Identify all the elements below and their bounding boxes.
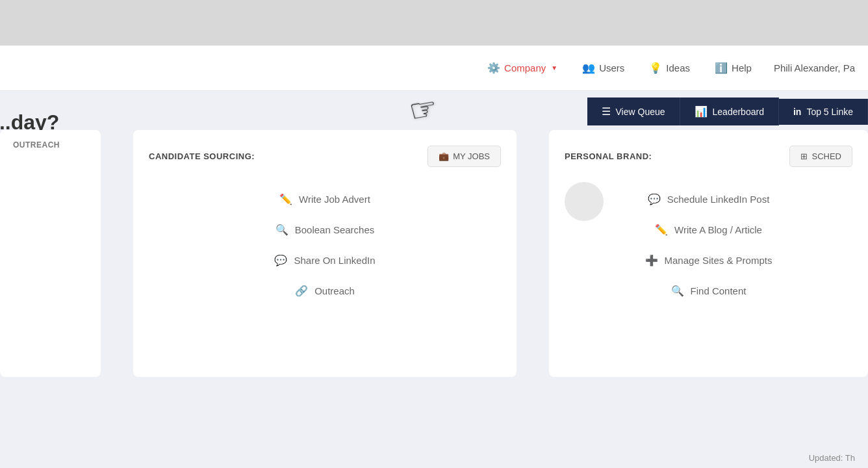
- navbar: ⚙️ Company ▼ 👥 Users 💡 Ideas ℹ️ Help Phi…: [0, 46, 868, 91]
- os-chrome-bar: [0, 0, 868, 46]
- menu-icon: ☰: [602, 105, 611, 118]
- outreach-label: Outreach: [314, 285, 355, 296]
- view-queue-label: View Queue: [616, 107, 665, 117]
- main-content: ...day? ☰ View Queue 📊 Leaderboard in To…: [0, 91, 868, 468]
- find-content-label: Find Content: [691, 285, 747, 296]
- nav-company[interactable]: ⚙️ Company ▼: [485, 57, 560, 79]
- cards-container: OUTREACH CANDIDATE SOURCING: 💼 MY JOBS ✏…: [0, 130, 868, 377]
- nav-company-label: Company: [504, 62, 546, 73]
- status-bar: Updated: Th: [796, 448, 868, 468]
- pencil-edit-icon: ✏️: [655, 224, 668, 236]
- linkedin-label: Top 5 Linke: [806, 107, 853, 117]
- write-job-advert-label: Write Job Advert: [299, 194, 370, 205]
- my-jobs-button[interactable]: 💼 MY JOBS: [428, 146, 501, 167]
- my-jobs-label: MY JOBS: [453, 151, 490, 161]
- gear-icon: ⚙️: [487, 62, 500, 74]
- updated-label: Updated: Th: [809, 453, 855, 463]
- help-icon: ℹ️: [715, 62, 728, 74]
- card-candidate-header: CANDIDATE SOURCING: 💼 MY JOBS: [149, 146, 501, 167]
- nav-users[interactable]: 👥 Users: [580, 57, 627, 79]
- chat-icon: 💬: [274, 254, 287, 266]
- personal-brand-menu-items: 💬 Schedule LinkedIn Post ✏️ Write A Blog…: [565, 187, 852, 304]
- share-linkedin-item[interactable]: 💬 Share On LinkedIn: [234, 254, 416, 266]
- write-blog-article-item[interactable]: ✏️ Write A Blog / Article: [618, 224, 800, 236]
- briefcase-icon: 💼: [439, 151, 449, 161]
- nav-user-label: Phili Alexander, Pa: [774, 62, 855, 73]
- find-search-icon: 🔍: [671, 285, 684, 297]
- nav-user[interactable]: Phili Alexander, Pa: [774, 62, 855, 73]
- action-bar: ☰ View Queue 📊 Leaderboard in Top 5 Link…: [587, 98, 868, 125]
- linkedin-button[interactable]: in Top 5 Linke: [779, 99, 868, 125]
- card-candidate-sourcing: CANDIDATE SOURCING: 💼 MY JOBS ✏️ Write J…: [133, 130, 517, 377]
- leaderboard-button[interactable]: 📊 Leaderboard: [680, 98, 779, 125]
- card-outreach: OUTREACH: [0, 130, 101, 377]
- linkedin-icon: in: [793, 107, 801, 117]
- share-linkedin-label: Share On LinkedIn: [294, 255, 375, 266]
- personal-brand-title: PERSONAL BRAND:: [565, 151, 652, 161]
- outreach-tab-label: OUTREACH: [13, 140, 60, 150]
- pencil-icon: ✏️: [279, 193, 292, 205]
- boolean-searches-label: Boolean Searches: [295, 224, 375, 235]
- bar-chart-icon: 📊: [695, 105, 708, 118]
- manage-sites-prompts-label: Manage Sites & Prompts: [665, 255, 772, 266]
- search-icon: 🔍: [275, 224, 288, 236]
- link-icon: 🔗: [295, 285, 308, 297]
- schedule-linkedin-post-item[interactable]: 💬 Schedule LinkedIn Post: [618, 193, 800, 205]
- write-job-advert-item[interactable]: ✏️ Write Job Advert: [234, 193, 416, 205]
- idea-icon: 💡: [649, 62, 662, 74]
- manage-sites-prompts-item[interactable]: ➕ Manage Sites & Prompts: [618, 254, 800, 266]
- outreach-item[interactable]: 🔗 Outreach: [234, 285, 416, 297]
- plus-icon: ➕: [645, 254, 658, 266]
- outreach-tab[interactable]: OUTREACH: [0, 130, 101, 160]
- nav-help-label: Help: [732, 62, 752, 73]
- nav-ideas[interactable]: 💡 Ideas: [646, 57, 693, 79]
- schedule-linkedin-post-label: Schedule LinkedIn Post: [667, 194, 770, 205]
- avatar-placeholder: [565, 182, 604, 221]
- nav-items: ⚙️ Company ▼ 👥 Users 💡 Ideas ℹ️ Help Phi…: [485, 57, 855, 79]
- card-personal-brand-header: PERSONAL BRAND: ⊞ SCHED: [565, 146, 852, 167]
- write-blog-article-label: Write A Blog / Article: [674, 224, 762, 235]
- candidate-menu-items: ✏️ Write Job Advert 🔍 Boolean Searches 💬…: [149, 187, 501, 304]
- users-icon: 👥: [582, 62, 595, 74]
- leaderboard-label: Leaderboard: [713, 107, 764, 117]
- grid-icon: ⊞: [800, 151, 808, 161]
- card-personal-brand: PERSONAL BRAND: ⊞ SCHED 💬 Schedule Linke…: [549, 130, 868, 377]
- boolean-searches-item[interactable]: 🔍 Boolean Searches: [234, 224, 416, 236]
- schedule-tab-label: SCHED: [811, 151, 841, 161]
- view-queue-button[interactable]: ☰ View Queue: [587, 98, 680, 125]
- chat-bubble-icon: 💬: [648, 193, 661, 205]
- find-content-item[interactable]: 🔍 Find Content: [618, 285, 800, 297]
- schedule-tab-button[interactable]: ⊞ SCHED: [789, 146, 852, 167]
- nav-ideas-label: Ideas: [666, 62, 690, 73]
- nav-help[interactable]: ℹ️ Help: [712, 57, 754, 79]
- chevron-down-icon: ▼: [551, 64, 557, 72]
- nav-users-label: Users: [599, 62, 624, 73]
- candidate-sourcing-title: CANDIDATE SOURCING:: [149, 151, 255, 161]
